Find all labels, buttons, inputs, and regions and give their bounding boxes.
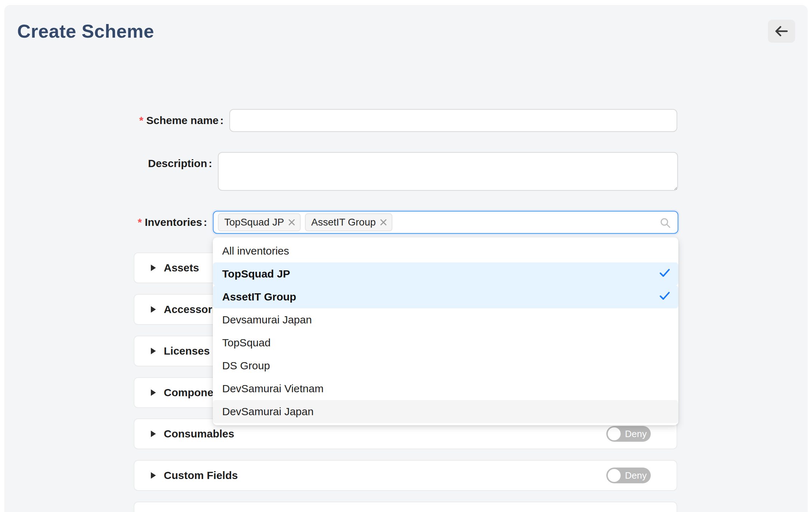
scheme-name-input[interactable] xyxy=(229,109,677,132)
deny-toggle[interactable]: Deny xyxy=(606,468,651,483)
dropdown-option[interactable]: DevSamurai Japan xyxy=(213,400,678,423)
dropdown-option[interactable]: TopSquad xyxy=(213,331,678,354)
caret-right-icon xyxy=(151,306,156,313)
tag-label: TopSquad JP xyxy=(224,217,284,228)
toggle-knob xyxy=(608,427,621,440)
caret-right-icon xyxy=(151,472,156,479)
section-custom-fields[interactable]: Custom Fields Deny xyxy=(134,460,677,491)
inventories-label: *Inventories: xyxy=(0,211,207,234)
tag-label: AssetIT Group xyxy=(311,217,376,228)
caret-right-icon xyxy=(151,389,156,396)
remove-tag-icon[interactable] xyxy=(379,218,387,226)
dropdown-option[interactable]: DS Group xyxy=(213,354,678,377)
inventories-dropdown: All inventories TopSquad JP AssetIT Grou… xyxy=(213,237,678,425)
description-input[interactable] xyxy=(218,152,678,191)
create-scheme-page: Create Scheme *Scheme name: Description:… xyxy=(0,0,812,512)
selected-tag: AssetIT Group xyxy=(305,213,392,231)
dropdown-option[interactable]: TopSquad JP xyxy=(213,262,678,285)
dropdown-option[interactable]: Devsamurai Japan xyxy=(213,308,678,331)
scheme-name-label: *Scheme name: xyxy=(0,109,224,132)
caret-right-icon xyxy=(151,265,156,271)
page-title: Create Scheme xyxy=(17,21,154,42)
selected-tag: TopSquad JP xyxy=(218,213,301,231)
required-asterisk: * xyxy=(138,216,142,228)
back-arrow-icon xyxy=(775,26,788,37)
search-icon xyxy=(660,217,671,230)
dropdown-option[interactable]: All inventories xyxy=(213,240,678,262)
remove-tag-icon[interactable] xyxy=(288,218,296,226)
check-icon xyxy=(659,268,670,280)
caret-right-icon xyxy=(151,348,156,354)
deny-toggle[interactable]: Deny xyxy=(606,426,651,442)
inventories-select[interactable]: TopSquad JP AssetIT Group xyxy=(213,211,678,234)
required-asterisk: * xyxy=(139,114,144,126)
check-icon xyxy=(659,291,670,303)
description-label: Description: xyxy=(0,152,212,175)
caret-right-icon xyxy=(151,431,156,437)
section-partial[interactable] xyxy=(134,502,677,512)
toggle-knob xyxy=(608,469,621,482)
dropdown-option[interactable]: DevSamurai Vietnam xyxy=(213,377,678,400)
back-button[interactable] xyxy=(768,20,795,43)
dropdown-option[interactable]: AssetIT Group xyxy=(213,285,678,308)
